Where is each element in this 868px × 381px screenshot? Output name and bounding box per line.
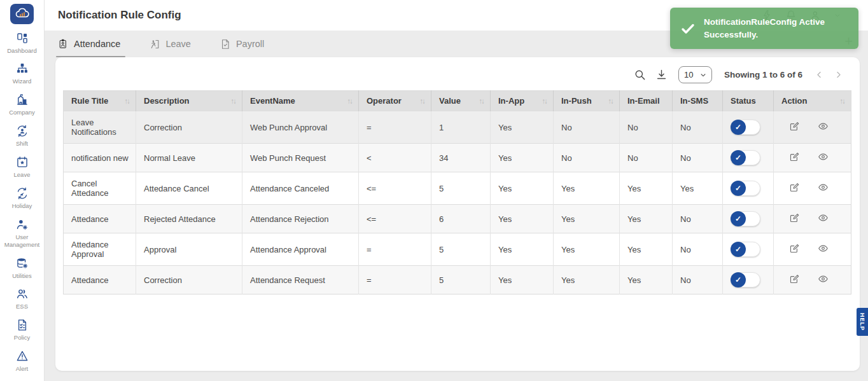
next-page-button[interactable] xyxy=(834,70,843,80)
sitemap-icon xyxy=(16,62,29,75)
sidebar-item-policy[interactable]: Policy xyxy=(0,319,44,342)
column-header-in-email: In-Email xyxy=(620,91,673,111)
edit-icon xyxy=(789,274,800,284)
success-toast[interactable]: NotificationRuleConfig Active Successful… xyxy=(670,8,858,49)
view-button[interactable] xyxy=(818,274,829,284)
sidebar-item-label: Dashboard xyxy=(7,47,36,55)
page-size-select[interactable]: 10 xyxy=(678,66,712,83)
cell-action xyxy=(774,233,851,266)
cell-value: 6 xyxy=(431,205,491,233)
table-row: Attedance Approval Approval Attendance A… xyxy=(64,233,851,266)
cell-in-email: No xyxy=(620,144,673,172)
edit-button[interactable] xyxy=(789,212,800,223)
table-toolbar: 10 Showing 1 to 6 of 6 xyxy=(55,57,860,90)
cell-action xyxy=(774,144,851,172)
sort-icon[interactable]: ↑↓ xyxy=(542,97,550,105)
sidebar-item-company[interactable]: Company xyxy=(0,94,44,116)
sidebar-item-wizard[interactable]: Wizard xyxy=(0,62,44,85)
edit-icon xyxy=(789,243,800,254)
sidebar-item-ess[interactable]: ESS xyxy=(0,287,44,310)
cell-in-sms: Yes xyxy=(673,172,723,205)
cell-description: Attedance Cancel xyxy=(136,172,242,205)
sort-icon[interactable]: ↑↓ xyxy=(608,97,616,105)
edit-button[interactable] xyxy=(789,243,800,254)
cell-event-name: Attendance Approval xyxy=(242,233,359,266)
cell-rule-title: Attedance Approval xyxy=(64,233,136,266)
sidebar-item-user-management[interactable]: User Management xyxy=(0,218,44,249)
sort-icon[interactable]: ↑↓ xyxy=(347,97,355,105)
status-toggle[interactable] xyxy=(731,150,760,165)
cell-action xyxy=(774,205,851,233)
status-toggle[interactable] xyxy=(731,181,760,196)
sidebar-item-holiday[interactable]: Holiday xyxy=(0,187,44,210)
sidebar-item-label: User Management xyxy=(0,233,44,249)
eye-icon xyxy=(818,212,829,223)
cell-in-app: Yes xyxy=(491,144,554,172)
view-button[interactable] xyxy=(818,121,829,132)
cell-value: 34 xyxy=(431,144,491,172)
app-logo[interactable] xyxy=(10,4,34,24)
tab-leave[interactable]: Leave xyxy=(150,31,191,57)
cell-event-name: Attendance Canceled xyxy=(242,172,359,205)
view-button[interactable] xyxy=(818,243,829,254)
column-header-operator: Operator↑↓ xyxy=(359,91,431,111)
status-toggle[interactable] xyxy=(731,242,760,257)
cell-status xyxy=(723,205,774,233)
tab-payroll[interactable]: Payroll xyxy=(220,31,264,57)
cell-rule-title: Leave Notifications xyxy=(64,111,136,144)
cell-in-app: Yes xyxy=(491,172,554,205)
rules-card: 10 Showing 1 to 6 of 6 Rule Title↑ xyxy=(55,57,860,371)
page-title: Notification Rule Config xyxy=(58,9,181,22)
content-area: Attendance Leave Payroll + xyxy=(45,31,868,381)
eye-icon xyxy=(818,182,829,193)
cell-description: Normal Leave xyxy=(136,144,242,172)
eye-icon xyxy=(818,274,829,284)
page-size-value: 10 xyxy=(684,70,693,80)
sidebar-item-shift[interactable]: Shift xyxy=(0,125,44,148)
table-header-row: Rule Title↑↓ Description↑↓ EventName↑↓ O… xyxy=(64,91,851,111)
search-icon[interactable] xyxy=(634,69,646,81)
sort-icon[interactable]: ↑↓ xyxy=(840,97,848,105)
person-rotate-icon xyxy=(16,125,29,137)
sort-icon[interactable]: ↑↓ xyxy=(231,97,239,105)
tab-label: Leave xyxy=(165,39,191,49)
cell-operator: < xyxy=(359,144,431,172)
view-button[interactable] xyxy=(818,182,829,193)
column-header-description: Description↑↓ xyxy=(136,91,242,111)
cell-value: 5 xyxy=(431,266,491,294)
toggle-check-icon xyxy=(731,181,746,196)
cell-in-push: Yes xyxy=(554,172,620,205)
edit-button[interactable] xyxy=(789,151,800,162)
sort-icon[interactable]: ↑↓ xyxy=(420,97,428,105)
edit-button[interactable] xyxy=(789,274,800,284)
tab-attendance[interactable]: Attendance xyxy=(58,31,120,57)
sidebar-item-label: Shift xyxy=(16,140,28,148)
sort-icon[interactable]: ↑↓ xyxy=(125,97,132,105)
sidebar-item-dashboard[interactable]: Dashboard xyxy=(0,32,44,55)
download-icon[interactable] xyxy=(655,69,668,81)
database-gear-icon xyxy=(16,257,29,270)
prev-page-button[interactable] xyxy=(815,70,824,80)
column-header-status: Status xyxy=(723,91,774,111)
status-toggle[interactable] xyxy=(731,120,760,135)
sidebar-item-alert[interactable]: Alert xyxy=(0,350,44,373)
document-check-icon xyxy=(16,319,29,331)
help-button[interactable]: HELP xyxy=(857,308,868,336)
sidebar-item-utilities[interactable]: Utilities xyxy=(0,257,44,280)
sort-icon[interactable]: ↑↓ xyxy=(479,97,487,105)
view-button[interactable] xyxy=(818,212,829,223)
sidebar-item-leave[interactable]: Leave xyxy=(0,156,44,179)
view-button[interactable] xyxy=(818,151,829,162)
cell-action xyxy=(774,266,851,294)
edit-button[interactable] xyxy=(789,182,800,193)
status-toggle[interactable] xyxy=(731,272,760,287)
cell-in-push: No xyxy=(554,111,620,144)
cell-in-sms: No xyxy=(673,144,723,172)
chevron-right-icon xyxy=(834,70,843,80)
cell-action xyxy=(774,111,851,144)
sidebar-item-label: Alert xyxy=(16,365,29,373)
edit-button[interactable] xyxy=(789,121,800,132)
sidebar: Dashboard Wizard Company Shift xyxy=(0,0,45,381)
status-toggle[interactable] xyxy=(731,211,760,226)
chevron-down-icon xyxy=(700,72,706,78)
